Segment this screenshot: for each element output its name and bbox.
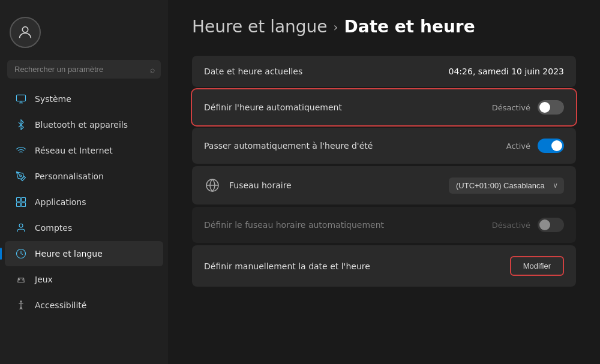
row-right-heure-ete: Activé [506, 139, 564, 153]
svg-rect-3 [17, 198, 21, 202]
row-label-heure-ete: Passer automatiquement à l'heure d'été [204, 141, 373, 151]
sidebar-item-heure[interactable]: Heure et langue [5, 241, 163, 266]
sidebar-item-label: Heure et langue [35, 249, 103, 258]
svg-rect-6 [22, 203, 26, 207]
main-content: Heure et langue › Date et heure Date et … [168, 0, 600, 364]
row-label-fuseau-auto: Définir le fuseau horaire automatiquemen… [204, 220, 384, 230]
clock-icon [14, 247, 28, 260]
svg-rect-5 [17, 203, 21, 207]
modifier-button[interactable]: Modifier [510, 256, 564, 276]
chevron-icon: › [334, 20, 338, 34]
sidebar-item-bluetooth[interactable]: Bluetooth et appareils [5, 112, 163, 137]
svg-point-7 [19, 224, 23, 227]
row-date-actuelle: Date et heure actuelles 04:26, samedi 10… [192, 56, 576, 87]
nav-list: Système Bluetooth et appareils Réseau et… [0, 86, 168, 354]
row-label-fuseau: Fuseau horaire [229, 181, 292, 190]
row-fuseau: Fuseau horaire (UTC+01:00) Casablanca [192, 166, 576, 204]
toggle-heure-ete[interactable] [538, 139, 564, 153]
svg-point-0 [22, 27, 28, 32]
sidebar-item-systeme[interactable]: Système [5, 86, 163, 112]
sidebar-item-reseau[interactable]: Réseau et Internet [5, 138, 163, 163]
avatar [10, 17, 41, 48]
user-icon [14, 221, 28, 234]
toggle-knob [551, 140, 562, 151]
gamepad-icon [14, 273, 28, 286]
search-box[interactable]: ⌕ [7, 60, 161, 79]
sidebar-item-label: Applications [35, 197, 86, 207]
row-date-manuelle: Définir manuellement la date et l'heure … [192, 245, 576, 287]
search-input[interactable] [7, 60, 161, 79]
globe-icon [204, 177, 221, 194]
row-label-date-manuelle: Définir manuellement la date et l'heure [204, 261, 370, 271]
toggle-knob [539, 102, 550, 113]
status-heure-ete: Activé [506, 142, 530, 151]
sidebar-item-personnalisation[interactable]: Personnalisation [5, 164, 163, 189]
timezone-select[interactable]: (UTC+01:00) Casablanca [449, 178, 564, 194]
svg-point-13 [20, 301, 22, 302]
row-label-date-actuelle: Date et heure actuelles [204, 67, 302, 76]
toggle-knob [539, 219, 550, 230]
current-datetime-value: 04:26, samedi 10 juin 2023 [449, 67, 564, 76]
row-right-fuseau-auto: Désactivé [492, 218, 564, 232]
svg-point-2 [20, 175, 22, 177]
status-heure-auto: Désactivé [492, 103, 530, 112]
sidebar-item-label: Comptes [35, 223, 72, 233]
wifi-icon [14, 144, 28, 157]
row-heure-ete: Passer automatiquement à l'heure d'été A… [192, 128, 576, 164]
sidebar-item-label: Système [35, 94, 71, 104]
toggle-heure-auto[interactable] [538, 100, 564, 115]
breadcrumb-parent: Heure et langue [192, 17, 328, 37]
sidebar: ⌕ Système Bluetooth et appareils [0, 0, 168, 364]
apps-icon [14, 195, 28, 209]
brush-icon [14, 170, 28, 183]
toggle-fuseau-auto[interactable] [538, 218, 564, 232]
timezone-left: Fuseau horaire [204, 177, 292, 194]
avatar-area [0, 10, 168, 60]
timezone-select-wrapper[interactable]: (UTC+01:00) Casablanca [449, 178, 564, 194]
sidebar-item-accessibilite[interactable]: Accessibilité [5, 293, 163, 318]
user-avatar-icon [17, 24, 34, 41]
monitor-icon [14, 92, 28, 106]
accessibility-icon [14, 299, 28, 312]
status-fuseau-auto: Désactivé [492, 221, 530, 230]
sidebar-item-label: Jeux [35, 275, 53, 284]
sidebar-item-comptes[interactable]: Comptes [5, 215, 163, 240]
sidebar-item-label: Bluetooth et appareils [35, 120, 128, 130]
bluetooth-icon [14, 118, 28, 131]
breadcrumb-current: Date et heure [344, 17, 475, 37]
sidebar-item-applications[interactable]: Applications [5, 189, 163, 215]
sidebar-item-label: Accessibilité [35, 300, 86, 310]
sidebar-item-label: Réseau et Internet [35, 146, 113, 155]
row-heure-auto: Définir l'heure automatiquement Désactiv… [192, 89, 576, 125]
sidebar-item-label: Personnalisation [35, 172, 104, 181]
search-icon: ⌕ [150, 65, 155, 74]
sidebar-item-jeux[interactable]: Jeux [5, 267, 163, 292]
svg-rect-4 [22, 198, 26, 202]
row-right-heure-auto: Désactivé [492, 100, 564, 115]
page-header: Heure et langue › Date et heure [192, 17, 576, 37]
row-label-heure-auto: Définir l'heure automatiquement [204, 103, 342, 112]
svg-rect-1 [17, 95, 26, 101]
row-fuseau-auto: Définir le fuseau horaire automatiquemen… [192, 207, 576, 243]
